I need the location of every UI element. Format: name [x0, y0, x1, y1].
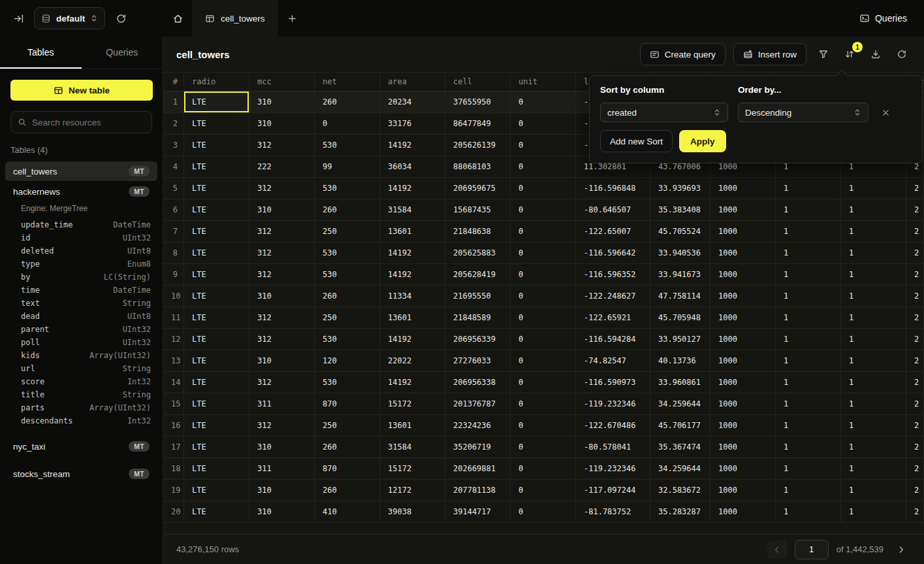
- row-number[interactable]: 1: [163, 91, 184, 112]
- grid-cell[interactable]: 15172: [380, 458, 445, 479]
- grid-cell[interactable]: 1000: [710, 199, 776, 220]
- tab-cell-towers[interactable]: cell_towers: [192, 0, 278, 37]
- grid-cell[interactable]: 1: [841, 350, 906, 371]
- grid-cell[interactable]: 34.259644: [650, 393, 710, 414]
- grid-cell[interactable]: 312: [249, 372, 315, 393]
- grid-cell[interactable]: 1: [776, 415, 841, 436]
- grid-cell[interactable]: 205626139: [445, 135, 511, 156]
- grid-cell[interactable]: 530: [315, 264, 380, 285]
- page-number-input[interactable]: [795, 540, 829, 559]
- sidebar-item-hackernews[interactable]: hackernews MT: [5, 182, 157, 201]
- grid-cell[interactable]: 312: [249, 178, 315, 199]
- create-query-button[interactable]: Create query: [640, 43, 725, 65]
- grid-cell[interactable]: LTE: [184, 415, 249, 436]
- grid-cell[interactable]: 2: [906, 178, 924, 199]
- grid-cell[interactable]: 201376787: [445, 393, 511, 414]
- grid-cell[interactable]: 0: [511, 242, 576, 263]
- grid-cell[interactable]: 206956339: [445, 329, 511, 350]
- queries-button[interactable]: Queries: [859, 13, 907, 24]
- grid-cell[interactable]: LTE: [184, 372, 249, 393]
- grid-cell[interactable]: 2: [906, 372, 924, 393]
- grid-cell[interactable]: 1: [776, 480, 841, 501]
- grid-cell[interactable]: 35206719: [445, 437, 511, 457]
- grid-cell[interactable]: LTE: [184, 329, 249, 350]
- grid-cell[interactable]: 310: [249, 199, 315, 220]
- grid-cell[interactable]: 0: [511, 91, 576, 112]
- grid-cell[interactable]: -74.82547: [576, 350, 650, 371]
- grid-cell[interactable]: 15687435: [445, 199, 511, 220]
- grid-cell[interactable]: 1: [841, 286, 906, 307]
- grid-cell[interactable]: 2: [906, 221, 924, 242]
- row-number[interactable]: 11: [163, 307, 184, 328]
- grid-cell[interactable]: LTE: [184, 350, 249, 371]
- grid-cell[interactable]: 1: [841, 221, 906, 242]
- grid-cell[interactable]: 1: [776, 199, 841, 220]
- row-number[interactable]: 6: [163, 199, 184, 220]
- grid-cell[interactable]: -116.594284: [576, 329, 650, 350]
- grid-cell[interactable]: 1000: [710, 221, 776, 242]
- grid-cell[interactable]: 45.705524: [650, 221, 710, 242]
- grid-cell[interactable]: 0: [511, 135, 576, 156]
- grid-cell[interactable]: 1000: [710, 329, 776, 350]
- grid-cell[interactable]: -119.232346: [576, 393, 650, 414]
- grid-cell[interactable]: LTE: [184, 156, 249, 177]
- grid-cell[interactable]: LTE: [184, 307, 249, 328]
- grid-cell[interactable]: 530: [315, 135, 380, 156]
- grid-cell[interactable]: 1: [841, 437, 906, 457]
- grid-cell[interactable]: 310: [249, 286, 315, 307]
- grid-cell[interactable]: 27276033: [445, 350, 511, 371]
- next-page-button[interactable]: [891, 540, 911, 559]
- grid-cell[interactable]: 37655950: [445, 91, 511, 112]
- grid-cell[interactable]: LTE: [184, 221, 249, 242]
- grid-cell[interactable]: 20234: [380, 91, 445, 112]
- grid-cell[interactable]: 1: [776, 458, 841, 479]
- grid-cell[interactable]: LTE: [184, 480, 249, 501]
- grid-cell[interactable]: 250: [315, 307, 380, 328]
- grid-cell[interactable]: 0: [511, 372, 576, 393]
- grid-cell[interactable]: 33.941673: [650, 264, 710, 285]
- grid-cell[interactable]: 1000: [710, 372, 776, 393]
- grid-cell[interactable]: LTE: [184, 135, 249, 156]
- grid-cell[interactable]: -80.578041: [576, 437, 650, 457]
- grid-cell[interactable]: 1000: [710, 501, 776, 522]
- grid-cell[interactable]: 47.758114: [650, 286, 710, 307]
- row-number[interactable]: 4: [163, 156, 184, 177]
- grid-cell[interactable]: 0: [511, 415, 576, 436]
- grid-cell[interactable]: 260: [315, 199, 380, 220]
- row-number[interactable]: 14: [163, 372, 184, 393]
- home-tab[interactable]: [163, 0, 192, 37]
- grid-cell[interactable]: 530: [315, 329, 380, 350]
- grid-cell[interactable]: 1000: [710, 350, 776, 371]
- grid-cell[interactable]: 206956338: [445, 372, 511, 393]
- grid-cell[interactable]: 530: [315, 372, 380, 393]
- grid-cell[interactable]: 1: [841, 329, 906, 350]
- grid-cell[interactable]: 312: [249, 329, 315, 350]
- grid-cell[interactable]: 2: [906, 329, 924, 350]
- grid-cell[interactable]: 312: [249, 242, 315, 263]
- grid-cell[interactable]: 1: [776, 372, 841, 393]
- filter-button[interactable]: [814, 45, 833, 63]
- grid-cell[interactable]: 1: [841, 458, 906, 479]
- grid-cell[interactable]: 310: [249, 91, 315, 112]
- grid-cell[interactable]: 410: [315, 501, 380, 522]
- grid-cell[interactable]: 250: [315, 415, 380, 436]
- grid-cell[interactable]: 0: [511, 501, 576, 522]
- grid-cell[interactable]: -117.097244: [576, 480, 650, 501]
- grid-cell[interactable]: 870: [315, 393, 380, 414]
- grid-cell[interactable]: 2: [906, 437, 924, 457]
- grid-cell[interactable]: 31584: [380, 199, 445, 220]
- grid-cell[interactable]: 1000: [710, 286, 776, 307]
- grid-cell[interactable]: 2: [906, 458, 924, 479]
- grid-cell[interactable]: 40.13736: [650, 350, 710, 371]
- new-table-button[interactable]: New table: [10, 80, 153, 101]
- row-number[interactable]: 10: [163, 286, 184, 307]
- grid-cell[interactable]: LTE: [184, 393, 249, 414]
- grid-cell[interactable]: 2: [906, 242, 924, 263]
- grid-cell[interactable]: 14192: [380, 329, 445, 350]
- grid-cell[interactable]: 311: [249, 393, 315, 414]
- column-header-area[interactable]: area: [380, 73, 445, 91]
- grid-cell[interactable]: 1: [776, 307, 841, 328]
- grid-cell[interactable]: -122.670486: [576, 415, 650, 436]
- grid-cell[interactable]: 120: [315, 350, 380, 371]
- collapse-sidebar-button[interactable]: [9, 9, 27, 27]
